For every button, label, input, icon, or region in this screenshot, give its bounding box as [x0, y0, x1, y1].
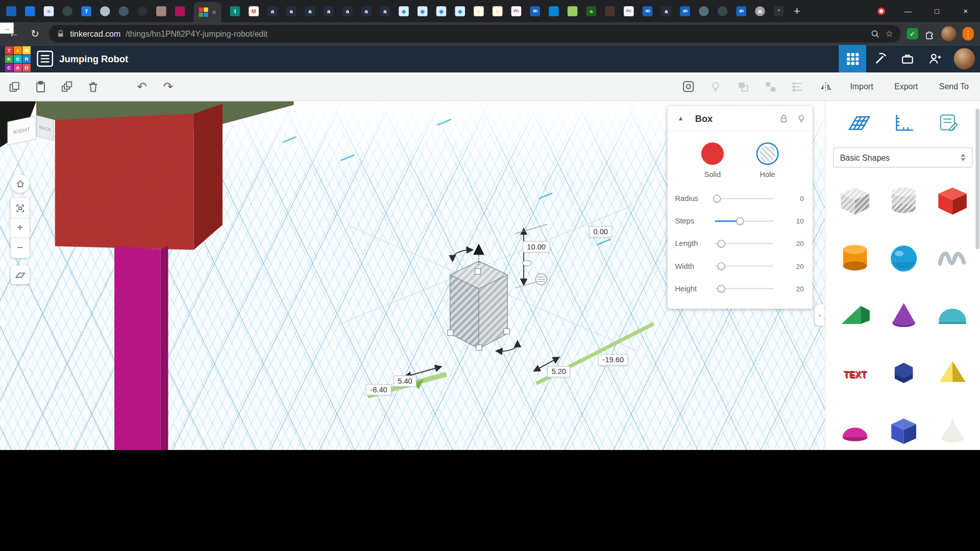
window-maximize-button[interactable]: □	[922, 0, 951, 22]
export-button[interactable]: Export	[891, 80, 922, 94]
fit-view-button[interactable]	[11, 198, 30, 218]
browser-tab-0[interactable]	[6, 6, 16, 16]
slider-knob[interactable]	[718, 285, 725, 292]
elevation-dimension-input[interactable]: 0.00	[589, 226, 612, 237]
slider-knob[interactable]	[718, 240, 725, 247]
undo-button[interactable]: ↶	[135, 80, 149, 93]
slider-track[interactable]	[715, 243, 774, 244]
shape-cone[interactable]	[880, 291, 927, 340]
paste-button[interactable]	[34, 80, 47, 93]
active-tab[interactable]: ×	[194, 2, 222, 22]
refresh-button[interactable]: ↻	[28, 28, 42, 39]
browser-tab-12[interactable]: M	[249, 6, 259, 16]
slider-knob[interactable]	[713, 195, 721, 203]
shape-box[interactable]	[929, 176, 976, 225]
extension-check-icon[interactable]: ✓	[907, 28, 918, 39]
extensions-puzzle-icon[interactable]	[924, 29, 935, 39]
browser-tab-14[interactable]: a	[286, 6, 297, 16]
tinkercad-logo[interactable]: TINKERCAD	[5, 46, 31, 71]
width-dimension-input[interactable]: 5.40	[394, 375, 417, 387]
sidebar-collapse-handle[interactable]: ›	[815, 304, 825, 326]
height-dimension-input[interactable]: 10.00	[523, 241, 550, 253]
mirror-button[interactable]	[819, 80, 832, 93]
browser-tab-29[interactable]	[568, 6, 578, 16]
shape-half-sphere[interactable]	[832, 406, 878, 450]
depth-dimension-input[interactable]: 5.20	[547, 366, 571, 378]
browser-tab-13[interactable]: a	[267, 6, 278, 16]
design-title[interactable]: Jumping Robot	[59, 54, 128, 64]
browser-tab-32[interactable]: PC	[624, 6, 634, 16]
sidebar-scrollbar[interactable]	[975, 106, 979, 450]
forward-button[interactable]: →	[0, 22, 14, 34]
slider-track[interactable]	[715, 265, 774, 266]
browser-tab-22[interactable]: ◆	[436, 6, 447, 16]
browser-tab-9[interactable]	[175, 6, 185, 16]
user-avatar[interactable]	[954, 48, 975, 69]
workplane-toggle-button[interactable]	[11, 265, 30, 284]
shape-polygon[interactable]	[880, 348, 927, 397]
browser-tab-24[interactable]: ○	[474, 6, 484, 16]
browser-tab-34[interactable]: a	[662, 6, 672, 16]
slider-knob[interactable]	[718, 262, 725, 270]
hide-selected-button[interactable]	[709, 80, 723, 93]
show-all-button[interactable]	[681, 80, 695, 93]
copy-button[interactable]	[8, 80, 21, 93]
recording-indicator-icon[interactable]	[877, 8, 885, 15]
group-button[interactable]	[737, 80, 750, 93]
browser-tab-17[interactable]: a	[342, 6, 353, 16]
browser-tab-21[interactable]: ◆	[418, 6, 428, 16]
workplane-tool-button[interactable]	[838, 108, 878, 138]
slider-value[interactable]: 20	[796, 285, 804, 292]
selected-box[interactable]	[450, 261, 508, 348]
browser-tab-26[interactable]: PC	[511, 6, 522, 16]
browser-tab-38[interactable]: 3D	[736, 6, 746, 16]
align-button[interactable]	[791, 80, 805, 93]
browser-tab-33[interactable]: 3D	[643, 6, 653, 16]
slider-knob[interactable]	[737, 217, 744, 225]
solid-option[interactable]: Solid	[701, 142, 724, 179]
rotate-handles[interactable]	[453, 250, 518, 352]
zoom-in-button[interactable]: +	[11, 218, 30, 238]
3d-viewport[interactable]: RIGHT BACK + − 10.00 0.00 5.40 -8.40 5.2…	[0, 101, 825, 450]
browser-tab-6[interactable]	[119, 6, 129, 16]
shape-sphere[interactable]	[880, 234, 927, 283]
browser-tab-5[interactable]	[100, 6, 110, 16]
ruler-widget-icon[interactable]	[535, 273, 547, 285]
delete-button[interactable]	[86, 80, 100, 93]
browser-tab-36[interactable]	[699, 6, 709, 16]
browser-tab-2[interactable]: ≡	[44, 6, 54, 16]
hole-option[interactable]: Hole	[756, 142, 779, 179]
shape-cylinder[interactable]	[832, 234, 878, 283]
send-to-button[interactable]: Send To	[935, 80, 972, 94]
shape-prism[interactable]	[880, 406, 927, 450]
shape-cylinder-hole[interactable]	[880, 176, 927, 225]
tab-close-button[interactable]: ×	[212, 9, 216, 16]
view-cube-right-face[interactable]: RIGHT	[8, 116, 36, 146]
browser-tab-25[interactable]: ○	[493, 6, 503, 16]
design-list-icon[interactable]	[37, 51, 53, 67]
import-button[interactable]: Import	[846, 80, 877, 94]
browser-tab-31[interactable]	[605, 6, 615, 16]
view-cube-back-face[interactable]: BACK	[36, 115, 54, 141]
shape-round-roof[interactable]	[929, 291, 976, 340]
address-bar[interactable]: tinkercad.com/things/hn1PNfi2P4Y-jumping…	[49, 25, 901, 42]
browser-tab-23[interactable]: ◆	[455, 6, 465, 16]
build-mode-button[interactable]	[866, 45, 894, 72]
browser-tab-11[interactable]: I	[230, 6, 240, 16]
shape-text[interactable]: TEXTTEXT	[832, 348, 878, 397]
slider-track[interactable]	[715, 198, 774, 199]
elevation-handle[interactable]	[523, 260, 531, 266]
shape-roof[interactable]	[832, 291, 878, 340]
home-view-button[interactable]	[11, 174, 30, 193]
window-minimize-button[interactable]: —	[894, 0, 922, 22]
browser-tab-39[interactable]: ☠	[755, 6, 765, 16]
y-position-input[interactable]: -19.60	[598, 354, 628, 365]
shape-category-select[interactable]: Basic Shapes	[833, 147, 972, 167]
view-cube[interactable]: RIGHT BACK	[5, 109, 58, 153]
browser-tab-8[interactable]	[156, 6, 166, 16]
zoom-page-icon[interactable]	[871, 29, 880, 38]
browser-tab-3[interactable]	[62, 6, 72, 16]
lock-shape-icon[interactable]	[779, 113, 789, 123]
browser-tab-7[interactable]	[137, 6, 148, 16]
browser-tab-18[interactable]: a	[361, 6, 372, 16]
